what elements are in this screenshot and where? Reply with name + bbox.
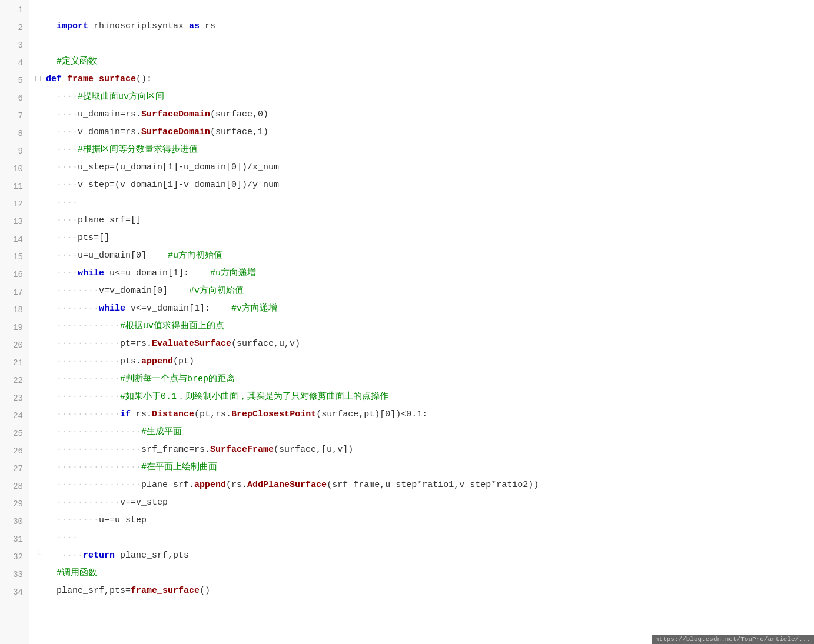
code-line: ····v_domain=rs.SurfaceDomain(surface,1) bbox=[29, 124, 814, 141]
code-line: ····v_step=(v_domain[1]-v_domain[0])/y_n… bbox=[29, 176, 814, 194]
line-number: 27 bbox=[0, 459, 29, 476]
line-number: 6 bbox=[0, 88, 29, 106]
code-lines: import rhinoscriptsyntax as rs #定义函数□ de… bbox=[29, 0, 814, 644]
line-number: 30 bbox=[0, 512, 29, 529]
code-line: ············#根据uv值求得曲面上的点 bbox=[29, 318, 814, 335]
code-line: ···· bbox=[29, 194, 814, 212]
code-line: ····u=u_domain[0] #u方向初始值 bbox=[29, 247, 814, 265]
line-number: 18 bbox=[0, 300, 29, 318]
code-line: #调用函数 bbox=[29, 565, 814, 582]
line-number: 23 bbox=[0, 388, 29, 406]
line-number: 4 bbox=[0, 53, 29, 71]
code-line: ················#在平面上绘制曲面 bbox=[29, 459, 814, 476]
code-line: ········u+=u_step bbox=[29, 512, 814, 529]
code-line: ···· bbox=[29, 529, 814, 547]
code-line: ············v+=v_step bbox=[29, 494, 814, 512]
code-line: ····while u<=u_domain[1]: #u方向递增 bbox=[29, 265, 814, 282]
line-number: 25 bbox=[0, 423, 29, 441]
line-number: 12 bbox=[0, 194, 29, 212]
line-number: 10 bbox=[0, 159, 29, 176]
line-numbers: 1234567891011121314151617181920212223242… bbox=[0, 0, 29, 644]
line-number: 1 bbox=[0, 0, 29, 18]
code-line: ············if rs.Distance(pt,rs.BrepClo… bbox=[29, 406, 814, 423]
line-number: 16 bbox=[0, 265, 29, 282]
code-line: ················#生成平面 bbox=[29, 423, 814, 441]
code-line: ····pts=[] bbox=[29, 229, 814, 247]
line-number: 5 bbox=[0, 71, 29, 88]
line-number: 7 bbox=[0, 106, 29, 124]
line-number: 33 bbox=[0, 565, 29, 582]
line-number: 17 bbox=[0, 282, 29, 300]
code-line: ············pts.append(pt) bbox=[29, 353, 814, 371]
line-number: 21 bbox=[0, 353, 29, 371]
code-line: #定义函数 bbox=[29, 53, 814, 71]
url-bar: https://blog.csdn.net/TouPro/article/... bbox=[652, 635, 814, 644]
line-number: 32 bbox=[0, 547, 29, 565]
line-number: 28 bbox=[0, 476, 29, 494]
line-number: 13 bbox=[0, 212, 29, 229]
code-line: ············#如果小于0.1，则绘制小曲面，其实是为了只对修剪曲面上… bbox=[29, 388, 814, 406]
code-line bbox=[29, 0, 814, 18]
code-line: ····u_domain=rs.SurfaceDomain(surface,0) bbox=[29, 106, 814, 124]
code-line: ············pt=rs.EvaluateSurface(surfac… bbox=[29, 335, 814, 353]
line-number: 9 bbox=[0, 141, 29, 159]
code-line: ············#判断每一个点与brep的距离 bbox=[29, 371, 814, 388]
line-number: 20 bbox=[0, 335, 29, 353]
line-number: 26 bbox=[0, 441, 29, 459]
code-line: └ ····return plane_srf,pts bbox=[29, 547, 814, 565]
code-container: 1234567891011121314151617181920212223242… bbox=[0, 0, 814, 644]
line-number: 8 bbox=[0, 124, 29, 141]
line-number: 15 bbox=[0, 247, 29, 265]
code-line: ····#提取曲面uv方向区间 bbox=[29, 88, 814, 106]
line-number: 19 bbox=[0, 318, 29, 335]
code-line bbox=[29, 35, 814, 53]
line-number: 11 bbox=[0, 176, 29, 194]
line-number: 31 bbox=[0, 529, 29, 547]
line-number: 24 bbox=[0, 406, 29, 423]
line-number: 2 bbox=[0, 18, 29, 35]
code-line: ····plane_srf=[] bbox=[29, 212, 814, 229]
code-line: □ def frame_surface(): bbox=[29, 71, 814, 88]
code-line: ····u_step=(u_domain[1]-u_domain[0])/x_n… bbox=[29, 159, 814, 176]
code-line: ················plane_srf.append(rs.AddP… bbox=[29, 476, 814, 494]
code-line: plane_srf,pts=frame_surface() bbox=[29, 582, 814, 600]
line-number: 14 bbox=[0, 229, 29, 247]
code-line: ················srf_frame=rs.SurfaceFram… bbox=[29, 441, 814, 459]
code-line: import rhinoscriptsyntax as rs bbox=[29, 18, 814, 35]
line-number: 34 bbox=[0, 582, 29, 600]
line-number: 3 bbox=[0, 35, 29, 53]
line-number: 29 bbox=[0, 494, 29, 512]
code-line: ········v=v_domain[0] #v方向初始值 bbox=[29, 282, 814, 300]
code-line: ········while v<=v_domain[1]: #v方向递增 bbox=[29, 300, 814, 318]
line-number: 22 bbox=[0, 371, 29, 388]
code-line: ····#根据区间等分数量求得步进值 bbox=[29, 141, 814, 159]
